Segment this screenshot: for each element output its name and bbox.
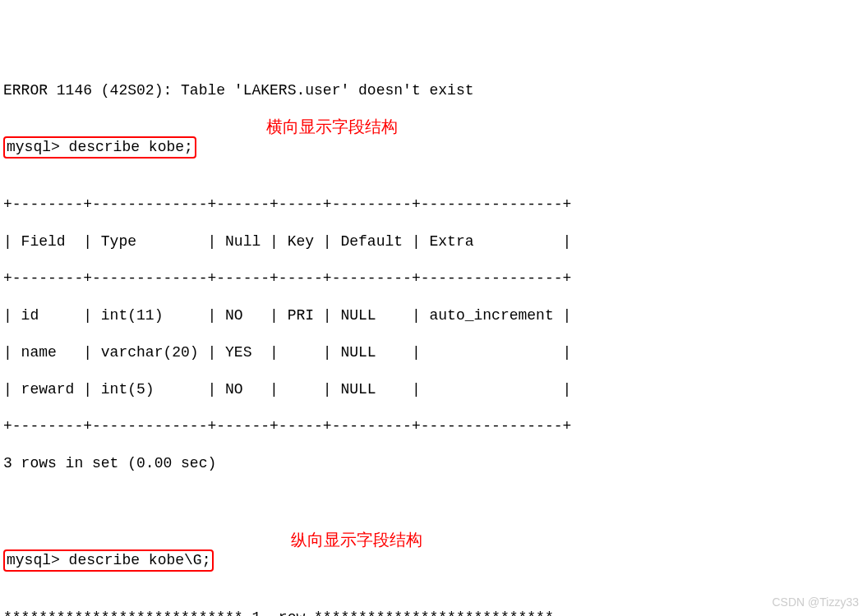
table-separator: +--------+-------------+------+-----+---… (3, 269, 864, 288)
result-footer: 3 rows in set (0.00 sec) (3, 454, 864, 473)
terminal-output: ERROR 1146 (42S02): Table 'LAKERS.user' … (0, 74, 867, 616)
row-header: *************************** 1. row *****… (3, 609, 864, 617)
error-line: ERROR 1146 (42S02): Table 'LAKERS.user' … (3, 81, 864, 100)
annotation-vertical: 纵向显示字段结构 (291, 530, 422, 550)
watermark: CSDN @Tizzy33 (772, 595, 860, 610)
table-separator: +--------+-------------+------+-----+---… (3, 195, 864, 214)
annotation-horizontal: 横向显示字段结构 (266, 117, 398, 137)
table-row: | id | int(11) | NO | PRI | NULL | auto_… (3, 306, 864, 325)
command-describe-vertical: mysql> describe kobe\G; (3, 549, 214, 572)
command-describe-horizontal: mysql> describe kobe; (3, 136, 196, 159)
table-row: | name | varchar(20) | YES | | NULL | | (3, 343, 864, 362)
table-row: | reward | int(5) | NO | | NULL | | (3, 380, 864, 399)
table-header: | Field | Type | Null | Key | Default | … (3, 232, 864, 251)
table-separator: +--------+-------------+------+-----+---… (3, 417, 864, 436)
